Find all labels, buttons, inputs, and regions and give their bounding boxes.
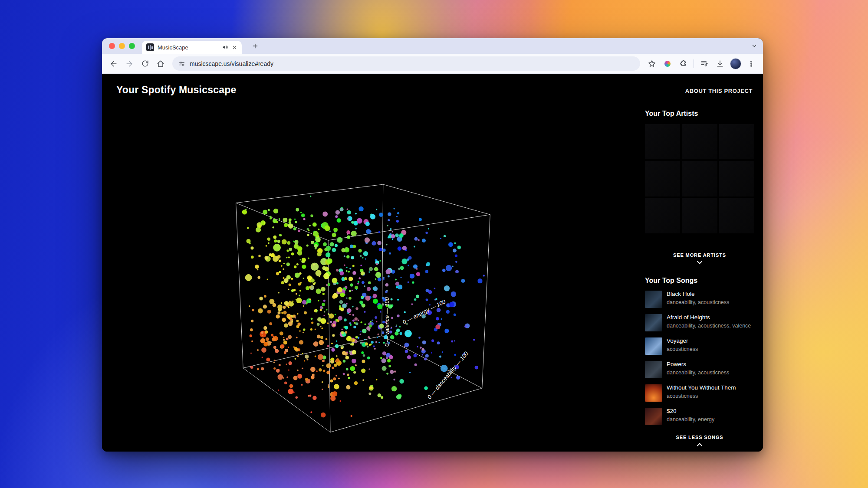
song-row[interactable]: Powers danceability, acousticness: [645, 361, 754, 378]
artist-tile[interactable]: [682, 198, 717, 233]
top-artists-heading: Your Top Artists: [645, 110, 698, 118]
menu-kebab-icon[interactable]: [744, 56, 759, 71]
home-button[interactable]: [153, 56, 168, 71]
forward-button[interactable]: [122, 56, 137, 71]
site-settings-icon[interactable]: [178, 60, 185, 67]
song-row[interactable]: Voyager acousticness: [645, 337, 754, 355]
tab-title: MusicScape: [158, 44, 219, 51]
profile-avatar[interactable]: [728, 56, 743, 71]
toolbar-divider: [694, 59, 694, 68]
new-tab-button[interactable]: [250, 40, 261, 52]
top-songs-list: Black Hole danceability, acousticness Af…: [645, 291, 754, 425]
see-more-artists-label: SEE MORE ARTISTS: [673, 252, 726, 258]
minimize-window-button[interactable]: [119, 43, 125, 49]
see-less-songs-button[interactable]: SEE LESS SONGS: [645, 435, 754, 445]
browser-toolbar: musicscape.us/visualize#ready: [102, 54, 763, 74]
axis-label: 0 — danceability — 100: [426, 350, 470, 400]
song-features: danceability, energy: [667, 416, 714, 423]
album-art: [645, 314, 662, 331]
page-content: 0 — valence — 1000 — energy — 1000 — dan…: [102, 74, 763, 452]
song-row[interactable]: Black Hole danceability, acousticness: [645, 291, 754, 308]
song-title: $20: [667, 408, 714, 415]
song-title: Without You Without Them: [667, 384, 736, 392]
zoom-window-button[interactable]: [129, 43, 135, 49]
song-title: Black Hole: [667, 291, 729, 298]
album-art: [645, 384, 662, 402]
extensions-puzzle-icon[interactable]: [676, 56, 690, 71]
media-controls-icon[interactable]: [697, 56, 712, 71]
song-row[interactable]: Afraid of Heights danceability, acoustic…: [645, 314, 754, 331]
song-title: Afraid of Heights: [667, 314, 751, 321]
back-button[interactable]: [106, 56, 121, 71]
window-controls: [109, 43, 135, 49]
axis-label: 0 — energy — 100: [401, 298, 447, 325]
tab-search-chevron-icon[interactable]: [749, 41, 760, 51]
bookmark-star-icon[interactable]: [644, 56, 659, 71]
reload-button[interactable]: [138, 56, 152, 71]
page-title: Your Spotify Musicscape: [116, 84, 236, 96]
browser-tab-musicscape[interactable]: MusicScape: [142, 41, 242, 54]
top-artists-grid: [645, 124, 754, 233]
song-title: Voyager: [667, 337, 698, 345]
album-art: [645, 361, 662, 378]
song-features: acousticness: [667, 346, 698, 353]
url-text[interactable]: musicscape.us/visualize#ready: [190, 60, 273, 67]
album-art: [645, 291, 662, 308]
song-features: danceability, acousticness: [667, 299, 729, 306]
see-more-artists-button[interactable]: SEE MORE ARTISTS: [645, 252, 754, 263]
downloads-icon[interactable]: [713, 56, 727, 71]
desktop-wallpaper: MusicScape: [0, 0, 868, 488]
song-title: Powers: [667, 361, 729, 368]
chevron-up-icon: [697, 442, 702, 445]
song-row[interactable]: $20 danceability, energy: [645, 408, 754, 425]
song-row[interactable]: Without You Without Them acousticness: [645, 384, 754, 402]
top-songs-heading: Your Top Songs: [645, 277, 697, 285]
artist-tile[interactable]: [645, 124, 680, 159]
tab-favicon: [146, 43, 154, 51]
extension-pinwheel-icon[interactable]: [660, 56, 675, 71]
album-art: [645, 408, 662, 425]
see-less-songs-label: SEE LESS SONGS: [676, 435, 723, 440]
artist-tile[interactable]: [682, 124, 717, 159]
chevron-down-icon: [697, 260, 702, 263]
artist-tile[interactable]: [645, 161, 680, 196]
artist-tile[interactable]: [719, 161, 754, 196]
close-window-button[interactable]: [109, 43, 115, 49]
song-features: danceability, acousticness: [667, 370, 729, 377]
artist-tile[interactable]: [719, 198, 754, 233]
artist-tile[interactable]: [682, 161, 717, 196]
artist-tile[interactable]: [719, 124, 754, 159]
song-features: acousticness: [667, 393, 736, 400]
song-features: danceability, acousticness, valence: [667, 323, 751, 330]
axis-label: 0 — valence — 100: [384, 297, 390, 347]
album-art: [645, 337, 662, 355]
address-bar[interactable]: musicscape.us/visualize#ready: [172, 56, 640, 71]
browser-window: MusicScape: [102, 38, 763, 452]
artist-tile[interactable]: [645, 198, 680, 233]
tab-close-icon[interactable]: [232, 45, 237, 50]
sidebar: Your Top Artists SEE MORE ARTISTS: [645, 74, 754, 452]
tab-audio-icon[interactable]: [222, 44, 228, 50]
browser-tab-strip: MusicScape: [102, 38, 763, 54]
